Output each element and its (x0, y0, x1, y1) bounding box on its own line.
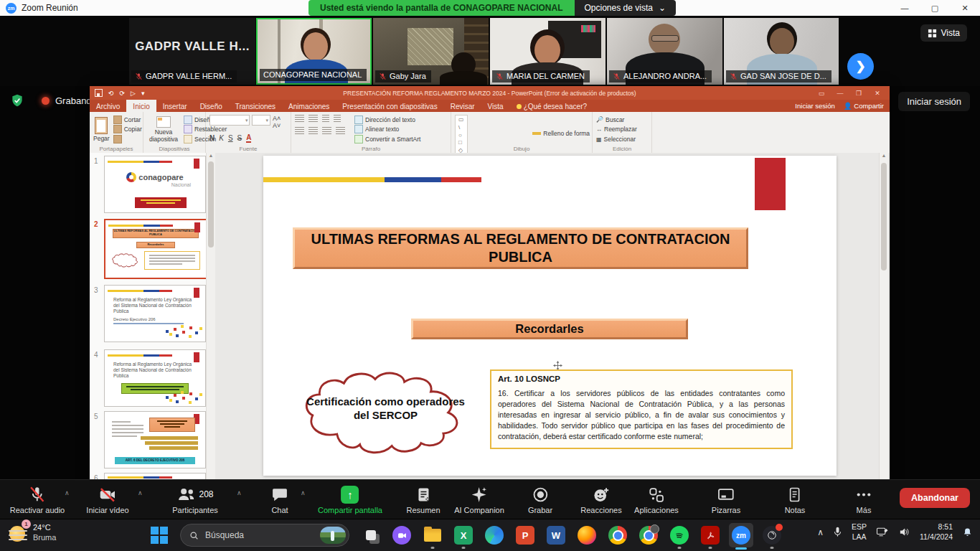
meet-now-icon[interactable] (392, 526, 411, 545)
align-text-button[interactable]: Alinear texto (354, 125, 420, 133)
participant-tile[interactable]: GAD SAN JOSE DE D... (724, 18, 839, 85)
undo-icon[interactable]: ⟲ (108, 90, 114, 97)
format-painter-button[interactable] (113, 135, 142, 143)
thumbnail-slide-1[interactable]: 1 conagopare Nacional (94, 156, 206, 213)
thumbnail-slide-3[interactable]: 3 Reforma al Reglamento Ley Orgánica del… (94, 285, 206, 342)
maximize-button[interactable]: ▢ (920, 0, 950, 16)
tab-vista[interactable]: Vista (481, 100, 510, 112)
start-video-button[interactable]: Iniciar vídeo (86, 485, 128, 514)
summary-button[interactable]: Resumen (406, 485, 440, 514)
spotify-icon[interactable] (670, 526, 689, 545)
ppt-restore-button[interactable]: ❐ (849, 90, 868, 97)
audio-options-chevron[interactable]: ∧ (65, 489, 70, 496)
next-participants-button[interactable]: ❯ (847, 53, 874, 80)
tab-transiciones[interactable]: Transiciones (229, 100, 282, 112)
ppt-close-button[interactable]: ✕ (868, 90, 887, 97)
ppt-share-button[interactable]: 👤 Compartir (844, 102, 884, 110)
font-name-select[interactable]: ▾ (209, 115, 250, 126)
participant-tile[interactable]: Gaby Jara (373, 18, 489, 85)
video-options-chevron[interactable]: ∧ (138, 489, 143, 496)
strike-button[interactable]: S (237, 134, 242, 142)
cloud-shape[interactable]: Certificación como operadores del SERCOP (298, 368, 473, 458)
tab-presentacion[interactable]: Presentación con diapositivas (336, 100, 443, 112)
search-input[interactable]: Búsqueda (180, 524, 349, 547)
more-button[interactable]: Más (855, 485, 873, 514)
taskbar-weather-widget[interactable]: 1 24°CBruma (9, 523, 56, 543)
participants-button[interactable]: 208 Participantes (172, 485, 218, 514)
customize-qat-icon[interactable]: ▾ (141, 90, 145, 97)
tell-me-box[interactable]: ¿Qué desea hacer? (510, 100, 593, 112)
start-slideshow-icon[interactable]: ▷ (131, 90, 136, 97)
redo-icon[interactable]: ⟳ (120, 90, 126, 97)
participant-tile[interactable]: MARIA DEL CARMEN (490, 18, 606, 85)
slide-editor[interactable]: ULTIMAS REFORMAS AL REGLAMENTO DE CONTRA… (263, 156, 837, 476)
slide-subtitle-banner[interactable]: Recordarles (411, 319, 688, 339)
tray-chevron-icon[interactable]: ∧ (817, 527, 824, 537)
replace-button[interactable]: ↔Reemplazar (596, 126, 637, 133)
new-slide-button[interactable]: Nueva diapositiva (147, 115, 180, 144)
apps-button[interactable]: Aplicaciones (634, 485, 679, 514)
tab-revisar[interactable]: Revisar (444, 100, 481, 112)
tab-animaciones[interactable]: Animaciones (282, 100, 336, 112)
notification-bell-icon[interactable] (962, 527, 973, 538)
tab-diseno[interactable]: Diseño (194, 100, 229, 112)
thumbnail-slide-6[interactable]: 6 (94, 473, 206, 479)
obs-icon[interactable] (763, 526, 781, 545)
font-size-select[interactable]: ▾ (252, 115, 270, 126)
chrome-icon[interactable] (608, 526, 627, 545)
participant-tile[interactable]: GADPR VALLE H... GADPR VALLE HERM... (129, 18, 255, 85)
tray-pen-display-icon[interactable] (876, 527, 889, 537)
word-icon[interactable]: W (547, 526, 565, 545)
italic-button[interactable]: K (219, 134, 224, 142)
save-icon[interactable] (95, 89, 103, 97)
language-switcher[interactable]: ESPLAA (852, 522, 867, 542)
grow-shrink-font-icons[interactable]: A˄ A˅ (273, 115, 287, 129)
text-direction-button[interactable]: Dirección del texto (354, 116, 420, 124)
chat-button[interactable]: Chat (271, 485, 289, 514)
align-buttons[interactable] (295, 127, 345, 135)
underline-button[interactable]: S (228, 134, 233, 142)
list-buttons[interactable] (295, 115, 345, 123)
copy-button[interactable]: Copiar (113, 125, 142, 133)
tray-volume-icon[interactable] (898, 527, 910, 537)
file-explorer-icon[interactable] (423, 526, 442, 545)
thumbnail-slide-5[interactable]: 5 (94, 411, 206, 468)
tab-insertar[interactable]: Insertar (156, 100, 194, 112)
slide-title-banner[interactable]: ULTIMAS REFORMAS AL REGLAMENTO DE CONTRA… (293, 227, 748, 269)
cut-button[interactable]: Cortar (113, 116, 142, 124)
chat-options-chevron[interactable]: ∧ (301, 489, 306, 496)
tray-mic-icon[interactable] (833, 527, 842, 538)
zoom-sign-in-button[interactable]: Iniciar sesión (898, 92, 970, 111)
tab-archivo[interactable]: Archivo (90, 100, 126, 112)
select-button[interactable]: ▦Seleccionar (596, 136, 637, 143)
thumbnail-scrollbar[interactable]: ▲ (206, 153, 215, 479)
excel-icon[interactable]: X (454, 526, 473, 545)
ribbon-display-icon[interactable]: ▭ (812, 90, 831, 97)
taskbar-clock[interactable]: 8:5111/4/2024 (920, 522, 953, 542)
whiteboards-button[interactable]: Pizarras (712, 485, 740, 514)
leave-meeting-button[interactable]: Abandonar (900, 488, 970, 508)
unmute-button[interactable]: Reactivar audio (10, 485, 65, 514)
view-options-button[interactable]: Opciones de vista ⌄ (575, 0, 676, 16)
start-button[interactable] (151, 527, 168, 544)
task-view-button[interactable] (362, 526, 380, 545)
bold-button[interactable]: N (209, 134, 215, 142)
find-button[interactable]: 🔎Buscar (596, 116, 637, 123)
font-color-button[interactable]: A (246, 133, 251, 143)
reactions-button[interactable]: Reacciones (580, 485, 621, 514)
minimize-button[interactable]: — (890, 0, 920, 16)
participant-tile[interactable]: CONAGOPARE NACIONAL (256, 18, 372, 85)
participants-options-chevron[interactable]: ∧ (237, 489, 242, 496)
pdf-app-icon[interactable]: P (516, 526, 534, 545)
record-button[interactable]: Grabar (528, 485, 552, 514)
shape-fill-button[interactable]: Relleno de forma (532, 130, 594, 137)
notes-button[interactable]: Notas (785, 485, 806, 514)
participant-tile[interactable]: ALEJANDRO ANDRA... (607, 18, 722, 85)
ppt-sign-in-button[interactable]: Iniciar sesión (795, 102, 834, 110)
close-button[interactable]: ✕ (950, 0, 980, 16)
acrobat-icon[interactable] (701, 526, 720, 545)
smartart-button[interactable]: Convertir a SmartArt (354, 135, 420, 143)
security-shield-icon[interactable] (10, 93, 24, 108)
paste-button[interactable]: Pegar (93, 115, 110, 144)
firefox-icon[interactable] (578, 526, 596, 545)
